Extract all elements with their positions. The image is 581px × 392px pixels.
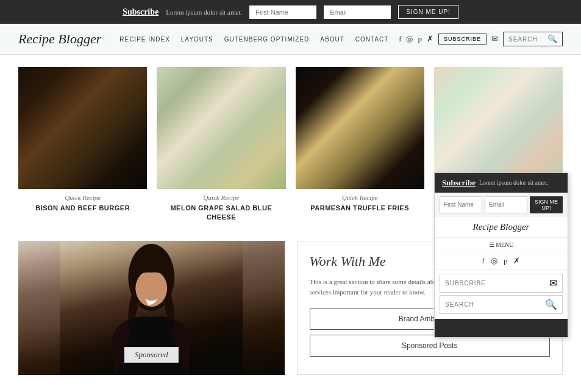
subscribe-bar-text: Lorem ipsum dolor sit amet. — [166, 9, 242, 16]
popup-firstname-input[interactable] — [440, 196, 482, 213]
recipe-tag-0: Quick Recipe — [18, 194, 147, 201]
popup-instagram-icon[interactable]: ◎ — [491, 256, 497, 266]
nav-contact[interactable]: CONTACT — [355, 36, 389, 43]
twitter-icon[interactable]: ✗ — [427, 34, 433, 44]
recipe-title-1: MELON GRAPE SALAD BLUE CHEESE — [157, 204, 285, 223]
subscribe-bar-title: Subscribe — [123, 7, 159, 17]
popup-form: SIGN ME UP! — [435, 193, 568, 217]
subscribe-submit-button[interactable]: SIGN ME UP! — [398, 5, 458, 19]
email-icon[interactable]: ✉ — [491, 34, 498, 44]
recipe-title-0: BISON AND BEEF BURGER — [18, 204, 147, 213]
popup-header-text: Lorem ipsum dolor sit amet. — [479, 179, 549, 186]
recipe-image-2[interactable] — [296, 67, 424, 189]
popup-header-title: Subscribe — [442, 178, 476, 188]
navbar-icons: f ◎ p ✗ SUBSCRIBE ✉ 🔍 — [399, 32, 563, 46]
recipe-title-2: PARMESAN TRUFFLE FRIES — [296, 204, 424, 213]
navbar-logo[interactable]: Recipe Blogger — [18, 31, 101, 47]
nav-about[interactable]: ABOUT — [320, 36, 344, 43]
search-icon[interactable]: 🔍 — [547, 34, 557, 44]
recipe-tag-2: Quick Recipe — [296, 194, 424, 201]
popup-facebook-icon[interactable]: f — [482, 256, 485, 266]
recipe-image-1[interactable] — [157, 67, 285, 189]
navbar-search-input[interactable] — [508, 36, 545, 43]
subscribe-firstname-input[interactable] — [249, 5, 316, 19]
popup-pinterest-icon[interactable]: p — [504, 256, 508, 266]
popup-social-icons: f ◎ p ✗ — [435, 252, 568, 270]
popup-menu[interactable]: ☰ MENU — [435, 238, 568, 252]
subscribe-email-input[interactable] — [324, 5, 391, 19]
sponsored-badge: Sponsored — [124, 347, 178, 363]
popup-search-input[interactable] — [445, 301, 543, 308]
facebook-icon[interactable]: f — [399, 34, 401, 44]
popup-email-icon: ✉ — [549, 277, 557, 289]
recipe-card-2: Quick Recipe PARMESAN TRUFFLE FRIES — [296, 67, 424, 223]
popup-logo[interactable]: Recipe Blogger — [435, 217, 568, 238]
work-with-me-section: Work With Me This is a great section to … — [297, 241, 563, 375]
profile-section: Sponsored — [18, 241, 285, 375]
recipe-image-0[interactable] — [18, 67, 147, 189]
popup-dark-footer — [435, 319, 568, 337]
recipe-card-0: Quick Recipe BISON AND BEEF BURGER — [18, 67, 147, 223]
subscribe-popup: Subscribe Lorem ipsum dolor sit amet. SI… — [434, 173, 568, 338]
popup-subscribe-row[interactable]: ✉ — [440, 274, 563, 293]
recipe-card-1: Quick Recipe MELON GRAPE SALAD BLUE CHEE… — [157, 67, 285, 223]
popup-submit-button[interactable]: SIGN ME UP! — [530, 196, 563, 213]
popup-header: Subscribe Lorem ipsum dolor sit amet. — [435, 173, 568, 193]
navbar-menu: RECIPE INDEX LAYOUTS GUTENBERG OPTIMIZED… — [119, 36, 399, 43]
subscribe-bar: Subscribe Lorem ipsum dolor sit amet. SI… — [0, 0, 581, 24]
pinterest-icon[interactable]: p — [418, 34, 422, 44]
bottom-section: Sponsored Work With Me This is a great s… — [18, 241, 563, 375]
nav-gutenberg[interactable]: GUTENBERG OPTIMIZED — [224, 36, 310, 43]
instagram-icon[interactable]: ◎ — [406, 34, 413, 44]
navbar-search[interactable]: 🔍 — [503, 32, 563, 46]
navbar-subscribe-button[interactable]: SUBSCRIBE — [438, 34, 487, 45]
navbar: Recipe Blogger RECIPE INDEX LAYOUTS GUTE… — [0, 24, 581, 55]
recipe-image-3[interactable] — [434, 67, 563, 189]
popup-subscribe-input[interactable] — [445, 280, 547, 287]
popup-email-input[interactable] — [485, 196, 527, 213]
popup-twitter-icon[interactable]: ✗ — [513, 256, 520, 266]
nav-recipe-index[interactable]: RECIPE INDEX — [119, 36, 170, 43]
main-content: Quick Recipe BISON AND BEEF BURGER Quick… — [0, 55, 581, 387]
recipe-tag-1: Quick Recipe — [157, 194, 285, 201]
sponsored-posts-button[interactable]: Sponsored Posts — [310, 335, 551, 357]
popup-search-row[interactable]: 🔍 — [440, 295, 563, 314]
nav-layouts[interactable]: LAYOUTS — [181, 36, 213, 43]
popup-search-icon: 🔍 — [545, 299, 557, 310]
